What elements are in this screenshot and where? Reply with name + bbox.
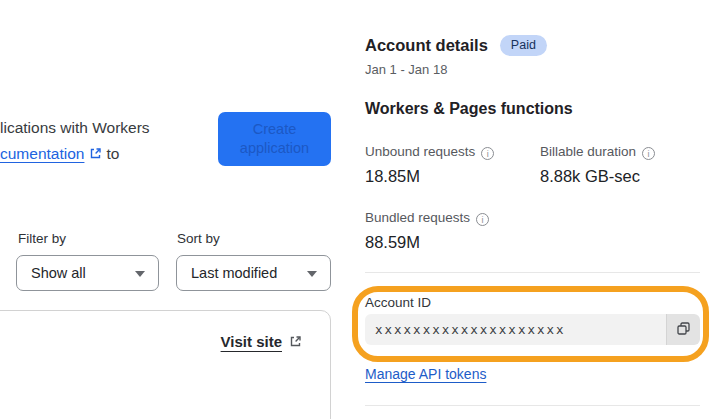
documentation-link[interactable]: cumentation [0, 145, 84, 162]
account-details-title: Account details [365, 36, 488, 55]
chevron-down-icon [135, 271, 145, 277]
stat-label: Bundled requests [365, 210, 489, 226]
stat-billable-duration: Billable duration 8.88k GB-sec [540, 144, 655, 186]
copy-button[interactable] [666, 314, 700, 345]
sort-dropdown[interactable]: Last modified [176, 255, 331, 291]
account-details-header: Account details Paid [365, 35, 547, 56]
info-icon[interactable] [481, 147, 494, 160]
filter-dropdown[interactable]: Show all [16, 255, 159, 291]
chevron-down-icon [307, 271, 317, 277]
account-id-row [365, 314, 700, 345]
functions-title: Workers & Pages functions [365, 100, 573, 118]
stat-label: Unbound requests [365, 144, 494, 160]
create-application-button[interactable]: Create application [218, 112, 331, 166]
stat-label: Billable duration [540, 144, 655, 160]
external-link-icon [89, 142, 102, 168]
copy-icon [676, 321, 691, 339]
account-id-input[interactable] [365, 314, 666, 345]
info-icon[interactable] [476, 213, 489, 226]
divider [365, 272, 700, 273]
intro-line2-suffix: to [106, 145, 119, 162]
info-icon[interactable] [642, 147, 655, 160]
paid-badge: Paid [500, 35, 547, 56]
visit-site-link[interactable]: Visit site [221, 333, 306, 351]
stat-unbound-requests: Unbound requests 18.85M [365, 144, 494, 186]
filter-dropdown-value: Show all [31, 265, 86, 281]
sort-by-label: Sort by [177, 231, 220, 246]
intro-line2: cumentationto [0, 141, 150, 168]
account-id-label: Account ID [365, 295, 431, 310]
intro-text: lications with Workers cumentationto [0, 115, 150, 168]
date-range: Jan 1 - Jan 18 [365, 62, 447, 77]
filter-by-label: Filter by [18, 231, 66, 246]
account-details-panel: Account details Paid Jan 1 - Jan 18 Work… [365, 0, 700, 419]
intro-line1: lications with Workers [0, 115, 150, 141]
stat-value: 8.88k GB-sec [540, 167, 655, 186]
stat-bundled-requests: Bundled requests 88.59M [365, 210, 489, 252]
stat-value: 88.59M [365, 233, 489, 252]
create-application-label-line1: Create [253, 120, 297, 139]
stat-value: 18.85M [365, 167, 494, 186]
visit-site-label: Visit site [221, 333, 282, 350]
divider [365, 405, 700, 406]
manage-api-tokens-link[interactable]: Manage API tokens [365, 366, 486, 382]
external-link-icon [289, 334, 302, 351]
sort-dropdown-value: Last modified [191, 265, 277, 281]
workers-pages-dashboard: lications with Workers cumentationto Cre… [0, 0, 718, 419]
project-card: Visit site [0, 310, 331, 419]
create-application-label-line2: application [240, 139, 309, 158]
